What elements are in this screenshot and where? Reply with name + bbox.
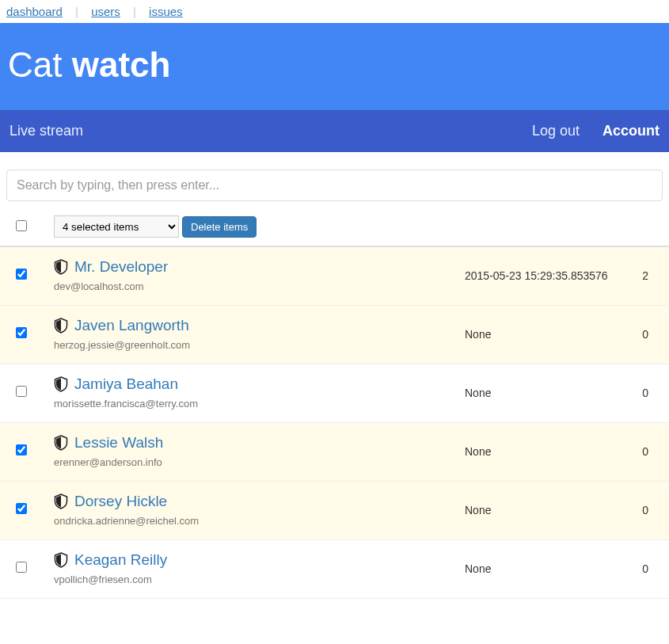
row-checkbox-cell	[6, 444, 54, 458]
shield-icon	[54, 493, 68, 509]
account-link[interactable]: Account	[602, 123, 659, 139]
user-email: vpollich@friesen.com	[54, 574, 465, 585]
row-checkbox-cell	[6, 386, 54, 399]
nav-sep: |	[75, 5, 78, 18]
user-name-link[interactable]: Mr. Developer	[74, 258, 168, 276]
row-checkbox[interactable]	[16, 386, 27, 397]
toolbar-row: 4 selected items Delete items	[0, 201, 669, 247]
page-title: Cat watch	[8, 45, 661, 85]
row-main: Mr. Developer dev@localhost.com	[54, 258, 465, 292]
row-count: 2	[631, 269, 663, 282]
shield-icon	[54, 318, 68, 333]
table-row: Jamiya Beahan morissette.francisca@terry…	[0, 364, 669, 423]
row-name-line: Lessie Walsh	[54, 434, 465, 452]
row-count: 0	[631, 387, 663, 399]
subnav-left[interactable]: Live stream	[10, 123, 513, 139]
row-timestamp: 2015-05-23 15:29:35.853576	[465, 269, 631, 282]
row-timestamp: None	[465, 445, 631, 458]
row-name-line: Keagan Reilly	[54, 551, 465, 569]
shield-icon	[54, 552, 68, 568]
user-email: morissette.francisca@terry.com	[54, 398, 465, 410]
row-timestamp: None	[465, 504, 631, 516]
select-all-cell	[6, 220, 54, 234]
row-count: 0	[631, 328, 663, 341]
nav-sep: |	[133, 5, 136, 18]
top-nav: dashboard | users | issues	[0, 0, 669, 23]
row-main: Keagan Reilly vpollich@friesen.com	[54, 551, 465, 585]
nav-issues[interactable]: issues	[149, 5, 183, 18]
search-input[interactable]	[6, 170, 663, 201]
table-row: Javen Langworth herzog.jessie@greenholt.…	[0, 306, 669, 364]
row-main: Javen Langworth herzog.jessie@greenholt.…	[54, 317, 465, 351]
shield-icon	[54, 435, 68, 451]
user-name-link[interactable]: Javen Langworth	[74, 317, 189, 334]
row-checkbox[interactable]	[16, 327, 27, 338]
row-timestamp: None	[465, 387, 631, 399]
select-all-checkbox[interactable]	[16, 220, 27, 231]
user-name-link[interactable]: Keagan Reilly	[74, 551, 167, 569]
shield-icon	[54, 259, 68, 275]
row-name-line: Jamiya Beahan	[54, 375, 465, 393]
table-row: Lessie Walsh erenner@anderson.info None …	[0, 423, 669, 482]
main-container	[0, 152, 669, 201]
row-checkbox[interactable]	[16, 269, 27, 280]
nav-users[interactable]: users	[91, 5, 120, 18]
row-count: 0	[631, 504, 663, 516]
subnav-right: Log out Account	[513, 123, 659, 139]
row-checkbox-cell	[6, 327, 54, 341]
row-main: Dorsey Hickle ondricka.adrienne@reichel.…	[54, 493, 465, 527]
row-checkbox-cell	[6, 269, 54, 282]
page-header: Cat watch	[0, 23, 669, 110]
user-name-link[interactable]: Lessie Walsh	[74, 434, 163, 452]
row-name-line: Dorsey Hickle	[54, 493, 465, 510]
table-row: Mr. Developer dev@localhost.com 2015-05-…	[0, 247, 669, 306]
user-name-link[interactable]: Jamiya Beahan	[74, 375, 178, 393]
row-timestamp: None	[465, 328, 631, 341]
row-checkbox[interactable]	[16, 503, 27, 514]
row-checkbox[interactable]	[16, 444, 27, 455]
user-email: ondricka.adrienne@reichel.com	[54, 515, 465, 527]
user-email: herzog.jessie@greenholt.com	[54, 339, 465, 351]
sub-nav: Live stream Log out Account	[0, 110, 669, 152]
bulk-select[interactable]: 4 selected items	[54, 215, 179, 238]
user-email: dev@localhost.com	[54, 280, 465, 292]
nav-dashboard[interactable]: dashboard	[6, 5, 63, 18]
rows-container: Mr. Developer dev@localhost.com 2015-05-…	[0, 247, 669, 599]
row-main: Jamiya Beahan morissette.francisca@terry…	[54, 375, 465, 410]
row-main: Lessie Walsh erenner@anderson.info	[54, 434, 465, 468]
row-checkbox-cell	[6, 503, 54, 516]
title-bold: watch	[72, 45, 171, 84]
row-checkbox-cell	[6, 562, 54, 575]
row-checkbox[interactable]	[16, 562, 27, 573]
table-row: Keagan Reilly vpollich@friesen.com None …	[0, 540, 669, 599]
row-name-line: Mr. Developer	[54, 258, 465, 276]
delete-button[interactable]: Delete items	[182, 216, 257, 238]
shield-icon	[54, 376, 68, 392]
logout-link[interactable]: Log out	[532, 123, 580, 139]
row-count: 0	[631, 562, 663, 575]
row-name-line: Javen Langworth	[54, 317, 465, 334]
user-email: erenner@anderson.info	[54, 456, 465, 468]
row-timestamp: None	[465, 562, 631, 575]
row-count: 0	[631, 445, 663, 458]
user-name-link[interactable]: Dorsey Hickle	[74, 493, 167, 510]
table-row: Dorsey Hickle ondricka.adrienne@reichel.…	[0, 482, 669, 540]
title-light: Cat	[8, 45, 72, 84]
